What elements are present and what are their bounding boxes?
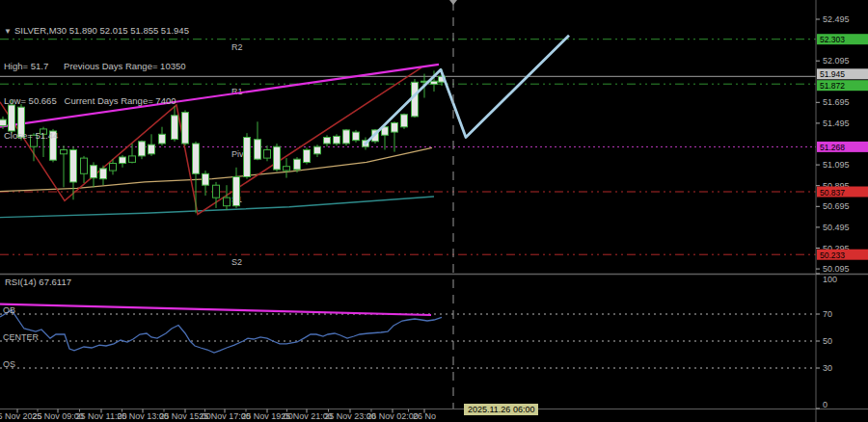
level-label-s2: S2: [231, 257, 242, 267]
rsi-overbought-label: OB: [3, 305, 15, 315]
rsi-tick-label: 70: [823, 309, 832, 319]
price-tick-label: 51.095: [823, 160, 850, 170]
candle-body: [100, 169, 107, 179]
quote-panel: ▼SILVER,M30 51.890 52.015 51.855 51.945 …: [4, 2, 189, 165]
level-label-r2: R2: [231, 42, 243, 52]
crosshair-time-badge: 2025.11.26 06:00: [464, 404, 538, 415]
price-tick-label: 51.495: [823, 119, 850, 128]
candle-body: [343, 130, 350, 144]
rsi-tick-label: 30: [823, 363, 832, 373]
price-tick-label: 51.695: [823, 97, 850, 107]
price-badge-label: 51.268: [820, 143, 845, 152]
candle-body: [264, 150, 271, 159]
candle-body: [224, 198, 231, 206]
time-axis-label: 26 Nov 02:00: [366, 411, 419, 421]
candle-body: [431, 81, 438, 84]
price-badge-label: 52.303: [820, 35, 845, 44]
rsi-center-label: CENTER: [3, 332, 39, 342]
candle-body: [233, 177, 240, 206]
price-badge-label: 51.945: [820, 69, 845, 79]
price-tick-label: 50.695: [823, 201, 850, 211]
rsi-tick-label: 50: [823, 336, 832, 346]
quote-high-line: High= 51.7 Previous Days Range= 10350: [4, 61, 189, 72]
candle-body: [255, 140, 261, 160]
candle-body: [294, 159, 301, 170]
candle-body: [304, 150, 311, 163]
chart-window: R2R1PivotS1S252.49552.09551.69551.49551.…: [0, 0, 868, 422]
price-tick-label: 50.095: [823, 264, 850, 274]
price-badge-label: 51.872: [820, 81, 845, 91]
candle-body: [91, 166, 97, 178]
quote-ohlc: 51.890 52.015 51.855 51.945: [69, 25, 189, 36]
time-axis-label: 26 No: [413, 411, 436, 421]
candle-body: [334, 136, 340, 144]
candle-body: [213, 185, 220, 198]
price-badge-label: 50.837: [820, 188, 845, 198]
quote-close-line: Close= 51.44: [4, 130, 189, 142]
candle-body: [284, 167, 290, 171]
price-tick-label: 52.095: [823, 56, 850, 66]
candle-body: [244, 138, 251, 177]
rsi-indicator-label: RSI(14) 67.6117: [5, 277, 71, 287]
candle-body: [324, 138, 331, 145]
price-tick-label: 50.495: [823, 223, 850, 232]
quote-low-line: Low= 50.665 Current Days Range= 7400: [4, 95, 189, 107]
candle-body: [193, 144, 200, 173]
price-badge-label: 50.233: [820, 251, 845, 260]
rsi-tick-label: 100: [823, 275, 837, 284]
symbol-dropdown-icon[interactable]: ▼: [4, 27, 12, 36]
price-tick-label: 52.495: [823, 14, 850, 24]
rsi-oversold-label: OS: [3, 359, 15, 369]
candle-body: [314, 146, 321, 154]
quote-symbol: SILVER,M30: [14, 25, 67, 36]
quote-line-1: ▼SILVER,M30 51.890 52.015 51.855 51.945: [4, 25, 189, 38]
candle-body: [203, 173, 209, 185]
rsi-tick-label: 0: [823, 400, 827, 409]
candle-body: [392, 122, 398, 132]
candle-body: [401, 115, 408, 127]
candle-body: [274, 146, 281, 170]
candle-body: [353, 132, 360, 141]
